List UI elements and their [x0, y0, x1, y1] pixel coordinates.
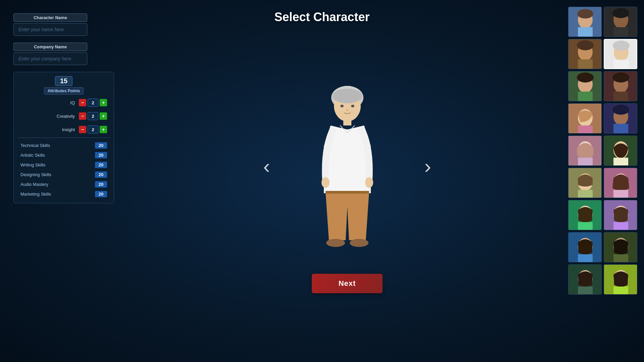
creativity-row: Creativity − 2 +: [18, 111, 110, 121]
svg-rect-54: [613, 190, 628, 198]
character-thumbnail-12[interactable]: [604, 168, 637, 198]
writing-skills-row: Writing Skills 20: [18, 160, 110, 170]
iq-row: IQ − 2 +: [18, 97, 110, 108]
audio-mastery-value: 20: [95, 181, 107, 188]
next-character-button[interactable]: ›: [421, 153, 435, 180]
character-thumbnail-16[interactable]: [604, 232, 637, 262]
svg-rect-48: [613, 158, 628, 166]
marketing-skills-row: Marketing Skills 20: [18, 189, 110, 199]
character-thumbnail-2[interactable]: [604, 7, 637, 37]
insight-value: 2: [88, 125, 98, 134]
audio-mastery-row: Audio Mastery 20: [18, 179, 110, 189]
iq-value: 2: [88, 99, 98, 107]
creativity-decrease-button[interactable]: −: [79, 112, 86, 120]
character-thumbnail-9[interactable]: [568, 136, 602, 166]
svg-point-9: [326, 239, 345, 247]
svg-point-14: [577, 9, 593, 18]
character-thumbnail-13[interactable]: [568, 200, 602, 230]
artistic-skills-value: 20: [95, 152, 107, 158]
divider: [18, 138, 110, 138]
writing-skills-value: 20: [95, 162, 107, 168]
svg-rect-72: [613, 287, 628, 295]
iq-decrease-button[interactable]: −: [79, 99, 86, 106]
prev-character-button[interactable]: ‹: [260, 153, 274, 180]
svg-rect-60: [613, 222, 628, 230]
attributes-panel: 15 Attributes Points IQ − 2 + Creativity…: [13, 72, 114, 203]
attributes-label: Attributes Points: [44, 87, 84, 95]
character-name-input[interactable]: [13, 23, 87, 36]
character-thumbnail-17[interactable]: [568, 264, 602, 295]
marketing-skills-label: Marketing Skills: [20, 192, 51, 197]
creativity-value: 2: [88, 112, 98, 120]
character-thumbnail-10[interactable]: [604, 136, 637, 166]
svg-point-22: [577, 40, 594, 50]
iq-increase-button[interactable]: +: [100, 99, 107, 106]
technical-skills-row: Technical Skills 20: [18, 141, 110, 150]
insight-increase-button[interactable]: +: [100, 126, 107, 133]
character-thumbnail-6[interactable]: [604, 71, 637, 101]
iq-controls: − 2 +: [79, 99, 107, 107]
insight-decrease-button[interactable]: −: [79, 126, 86, 133]
character-name-label: Character Name: [13, 13, 87, 22]
center-area: ‹: [134, 0, 560, 362]
attributes-header: 15 Attributes Points: [18, 76, 110, 95]
svg-rect-15: [578, 27, 593, 37]
character-display: ‹: [280, 69, 414, 264]
audio-mastery-label: Audio Mastery: [20, 182, 48, 187]
character-thumbnail-1[interactable]: [568, 7, 602, 37]
character-name-group: Character Name: [13, 13, 114, 36]
character-thumbnail-15[interactable]: [568, 232, 602, 262]
insight-label: Insight: [20, 127, 75, 132]
svg-rect-42: [613, 124, 628, 134]
character-thumbnail-14[interactable]: [604, 200, 637, 230]
svg-point-8: [365, 177, 373, 188]
svg-rect-23: [578, 59, 593, 69]
creativity-label: Creativity: [20, 114, 75, 119]
character-thumbnail-11[interactable]: [568, 168, 602, 198]
character-figure: [304, 79, 391, 247]
character-grid: [568, 7, 637, 295]
svg-rect-38: [578, 125, 593, 134]
company-name-label: Company Name: [13, 43, 87, 51]
artistic-skills-label: Artistic Skills: [20, 153, 45, 158]
next-button[interactable]: Next: [312, 274, 383, 293]
svg-rect-6: [343, 119, 351, 125]
svg-point-41: [612, 105, 629, 115]
svg-point-10: [350, 239, 368, 247]
insight-row: Insight − 2 +: [18, 124, 110, 135]
insight-controls: − 2 +: [79, 125, 107, 134]
svg-point-18: [612, 8, 629, 18]
creativity-controls: − 2 +: [79, 112, 107, 120]
svg-rect-35: [613, 92, 628, 101]
svg-point-34: [612, 72, 629, 83]
svg-rect-11: [326, 191, 369, 194]
marketing-skills-value: 20: [95, 191, 107, 197]
svg-rect-31: [578, 92, 593, 101]
left-panel: Character Name Company Name 15 Attribute…: [13, 13, 114, 203]
iq-label: IQ: [20, 100, 75, 105]
svg-rect-51: [578, 190, 593, 198]
technical-skills-value: 20: [95, 142, 107, 149]
character-thumbnail-8[interactable]: [604, 103, 637, 134]
character-thumbnail-3[interactable]: [568, 39, 602, 69]
character-thumbnail-5[interactable]: [568, 71, 602, 101]
technical-skills-label: Technical Skills: [20, 143, 50, 148]
svg-point-5: [351, 105, 354, 107]
svg-point-30: [577, 72, 594, 83]
svg-rect-63: [578, 254, 593, 262]
designing-skills-label: Designing Skills: [20, 172, 51, 177]
svg-rect-66: [613, 254, 628, 262]
svg-rect-27: [614, 60, 629, 69]
company-name-input[interactable]: [13, 52, 87, 65]
character-thumbnail-7[interactable]: [568, 103, 602, 134]
svg-rect-69: [578, 287, 593, 295]
svg-rect-19: [613, 27, 628, 37]
svg-point-3: [333, 89, 362, 103]
character-thumbnail-18[interactable]: [604, 264, 637, 295]
writing-skills-label: Writing Skills: [20, 162, 45, 167]
character-thumbnail-4[interactable]: [604, 39, 637, 69]
creativity-increase-button[interactable]: +: [100, 112, 107, 120]
artistic-skills-row: Artistic Skills 20: [18, 150, 110, 160]
points-badge: 15: [55, 76, 72, 86]
designing-skills-row: Designing Skills 20: [18, 170, 110, 179]
